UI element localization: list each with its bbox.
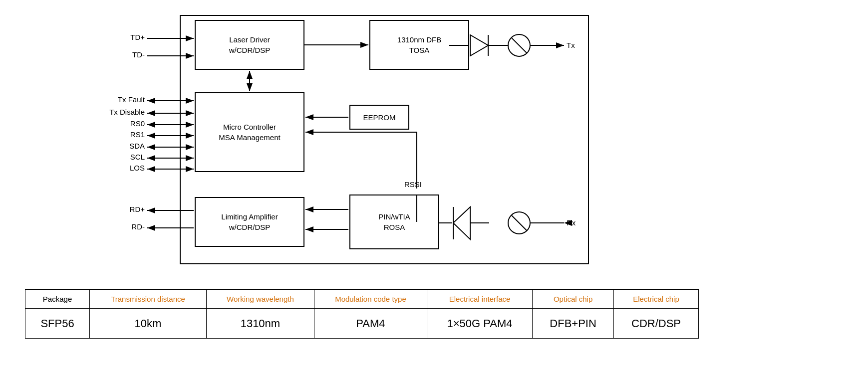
svg-text:RD-: RD- (131, 222, 145, 231)
laser-driver-box: Laser Driver w/CDR/DSP (195, 20, 304, 70)
header-wavelength: Working wavelength (206, 290, 314, 309)
header-electrical-chip: Electrical chip (614, 290, 699, 309)
svg-text:LOS: LOS (130, 164, 145, 172)
eeprom-box: EEPROM (349, 105, 409, 130)
value-modulation: PAM4 (314, 309, 427, 339)
value-optical-chip: DFB+PIN (533, 309, 614, 339)
header-transmission: Transmission distance (90, 290, 207, 309)
svg-text:RS1: RS1 (130, 130, 145, 139)
header-modulation: Modulation code type (314, 290, 427, 309)
value-electrical-chip: CDR/DSP (614, 309, 699, 339)
rosa-box: PIN/wTIA ROSA (349, 194, 439, 249)
svg-text:SDA: SDA (129, 142, 145, 150)
value-wavelength: 1310nm (206, 309, 314, 339)
header-package: Package (25, 290, 90, 309)
svg-text:RD+: RD+ (130, 205, 145, 213)
header-optical-chip: Optical chip (533, 290, 614, 309)
spec-table: Package Transmission distance Working wa… (25, 289, 699, 339)
value-transmission: 10km (90, 309, 207, 339)
block-diagram: Laser Driver w/CDR/DSP 1310nm DFB TOSA M… (40, 10, 639, 274)
value-electrical-interface: 1×50G PAM4 (427, 309, 532, 339)
svg-text:SCL: SCL (130, 153, 145, 161)
td-minus-label: TD- (132, 50, 145, 59)
svg-text:Tx Fault: Tx Fault (118, 95, 145, 104)
svg-text:RS0: RS0 (130, 119, 145, 128)
limiting-amplifier-box: Limiting Amplifier w/CDR/DSP (195, 197, 304, 247)
svg-text:Tx Disable: Tx Disable (109, 108, 145, 116)
header-electrical-interface: Electrical interface (427, 290, 532, 309)
micro-controller-box: Micro Controller MSA Management (195, 92, 304, 172)
td-plus-label: TD+ (130, 33, 145, 41)
value-package: SFP56 (25, 309, 90, 339)
tosa-box: 1310nm DFB TOSA (369, 20, 469, 70)
